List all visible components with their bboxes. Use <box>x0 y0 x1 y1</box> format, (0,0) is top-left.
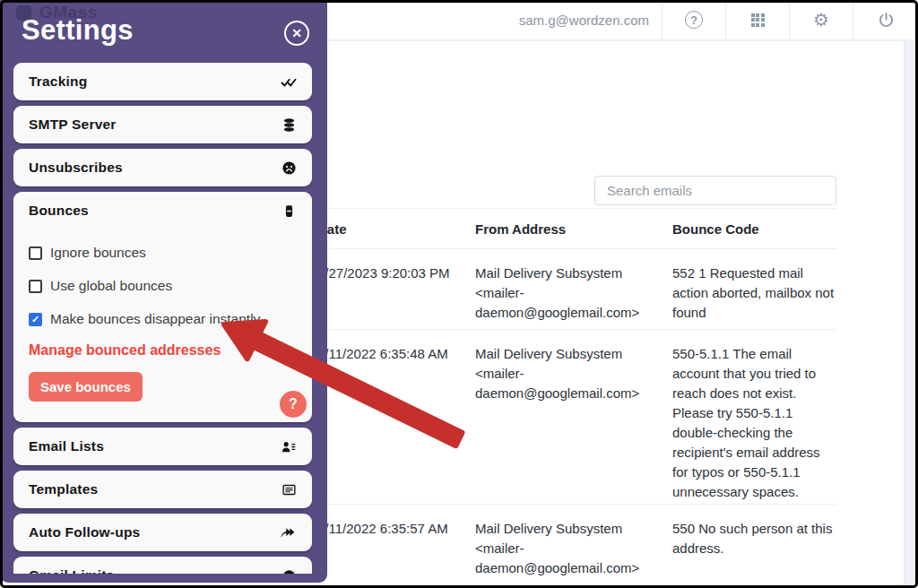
cell-bounce-code: 550-5.1.1 The email account that you tri… <box>672 344 839 502</box>
column-header-bounce: Bounce Code <box>672 221 759 237</box>
close-icon: ✕ <box>291 26 302 40</box>
page-scrollbar[interactable] <box>904 41 915 585</box>
accordion-item-templates[interactable]: Templates <box>13 471 312 508</box>
apps-grid-icon <box>751 13 765 27</box>
cell-date: 3/11/2022 6:35:48 AM <box>317 344 448 364</box>
sad-face-icon <box>281 160 297 176</box>
manage-bounced-addresses-link[interactable]: Manage bounced addresses <box>29 342 221 359</box>
apps-grid-button[interactable] <box>726 0 789 39</box>
minus-card-icon <box>281 203 297 219</box>
save-bounces-button[interactable]: Save bounces <box>29 372 143 402</box>
checkbox-icon <box>29 280 42 293</box>
cell-from: Mail Delivery Subsystem <mailer-daemon@g… <box>475 519 660 578</box>
accordion-templates: Templates <box>13 471 312 508</box>
help-icon: ? <box>685 11 703 29</box>
account-email: sam.g@wordzen.com <box>519 0 662 39</box>
cell-bounce-code: 550 No such person at this address. <box>672 519 839 558</box>
checkbox-use-global-bounces[interactable]: Use global bounces <box>29 277 312 295</box>
question-icon: ? <box>289 396 298 412</box>
accordion-auto-follow-ups: Auto Follow-ups <box>13 514 312 551</box>
power-icon <box>878 12 895 29</box>
help-button[interactable]: ? <box>663 0 725 39</box>
accordion-bounces: Bounces Ignore bounces Use global bounce… <box>13 192 312 422</box>
accordion-item-bounces[interactable]: Bounces <box>13 192 312 229</box>
accordion-item-smtp-server[interactable]: SMTP Server <box>13 106 312 143</box>
accordion-item-gmail-limits[interactable]: Gmail Limits <box>13 557 312 574</box>
cell-date: 3/11/2022 6:35:57 AM <box>317 519 448 539</box>
logout-button[interactable] <box>853 0 918 39</box>
settings-panel: GMass Settings ✕ Tracking SMTP Server <box>0 0 327 583</box>
forward-arrow-icon <box>280 525 297 540</box>
cell-from: Mail Delivery Subsystem <mailer-daemon@g… <box>475 344 660 403</box>
bounces-settings: Ignore bounces Use global bounces ✓ Make… <box>13 244 312 402</box>
checkbox-icon <box>29 246 42 260</box>
accordion-item-email-lists[interactable]: Email Lists <box>13 428 312 465</box>
accordion-item-tracking[interactable]: Tracking <box>13 63 312 100</box>
accordion-smtp: SMTP Server <box>13 106 312 143</box>
bounces-help-button[interactable]: ? <box>280 391 307 418</box>
cell-date: 3/27/2023 9:20:03 PM <box>317 264 450 283</box>
settings-accordion: Tracking SMTP Server Unsubsc <box>13 56 312 574</box>
clock-icon <box>281 568 297 575</box>
column-header-from: From Address <box>475 221 566 237</box>
accordion-email-lists: Email Lists <box>13 428 312 465</box>
double-check-icon <box>281 74 297 89</box>
database-icon <box>281 117 297 133</box>
panel-title: Settings <box>22 14 134 47</box>
accordion-tracking: Tracking <box>13 63 312 100</box>
gear-icon: ⚙ <box>813 11 829 29</box>
template-icon <box>281 482 297 497</box>
checkbox-ignore-bounces[interactable]: Ignore bounces <box>29 244 312 262</box>
checkbox-make-bounces-disappear[interactable]: ✓ Make bounces disappear instantly <box>29 310 312 328</box>
accordion-item-auto-follow-ups[interactable]: Auto Follow-ups <box>13 514 312 551</box>
checkbox-icon: ✓ <box>29 313 42 326</box>
accordion-gmail-limits: Gmail Limits <box>13 557 312 574</box>
cell-from: Mail Delivery Subsystem <mailer-daemon@g… <box>475 264 660 323</box>
search-input[interactable] <box>594 176 836 205</box>
settings-gear-button[interactable]: ⚙ <box>790 0 853 39</box>
accordion-unsubscribes: Unsubscribes <box>13 149 312 186</box>
cell-bounce-code: 552 1 Requested mail action aborted, mai… <box>672 264 839 323</box>
person-list-icon <box>281 439 297 454</box>
close-button[interactable]: ✕ <box>284 21 309 46</box>
accordion-item-unsubscribes[interactable]: Unsubscribes <box>13 149 312 186</box>
